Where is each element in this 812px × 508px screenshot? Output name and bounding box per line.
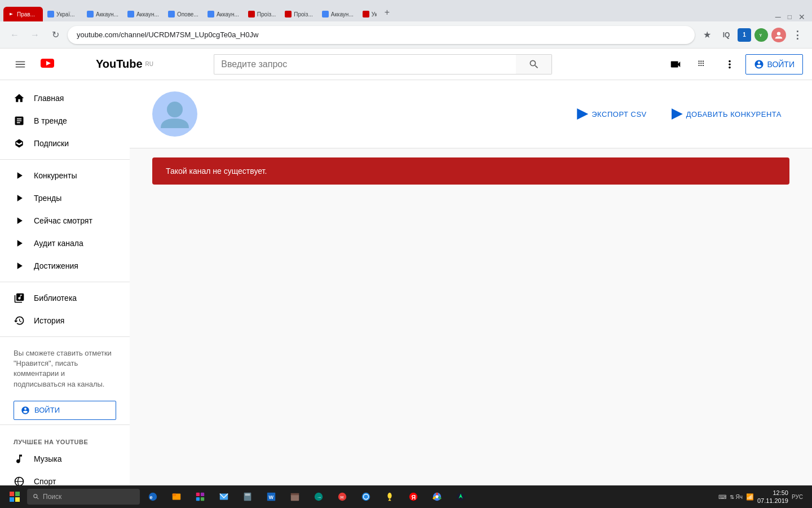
add-competitor-button[interactable]: ДОБАВИТЬ КОНКУРЕНТА bbox=[664, 104, 789, 124]
youtube-logo[interactable]: YouTube RU bbox=[41, 58, 153, 71]
apps-icon[interactable] bbox=[691, 53, 714, 76]
tab-5[interactable]: Опове... bbox=[164, 7, 203, 21]
tab-1-title: Прав... bbox=[17, 11, 38, 17]
sidebar: Главная В тренде Подписки Конкуренты bbox=[0, 80, 130, 485]
taskbar-search[interactable]: Поиск bbox=[27, 489, 140, 505]
export-csv-icon bbox=[577, 108, 588, 120]
tab-3-title: Аккаун... bbox=[96, 11, 118, 17]
taskbar-apps[interactable] bbox=[189, 487, 211, 507]
tab-1[interactable]: Прав... bbox=[3, 7, 43, 21]
taskbar-word[interactable]: W bbox=[261, 487, 282, 507]
tray-date: 07.11.2019 bbox=[757, 497, 788, 505]
new-tab-button[interactable]: + bbox=[379, 5, 395, 20]
iq-icon[interactable]: IQ bbox=[718, 27, 734, 43]
tab-2[interactable]: Украї... bbox=[43, 7, 82, 21]
address-bar-icons: ★ IQ 1 Y ⋮ bbox=[699, 27, 805, 43]
svg-rect-8 bbox=[15, 492, 20, 496]
taskbar-explorer[interactable] bbox=[166, 487, 187, 507]
taskbar-calc[interactable] bbox=[237, 487, 258, 507]
taskbar-mail[interactable] bbox=[213, 487, 235, 507]
sidebar-item-audit[interactable]: Аудит канала bbox=[0, 232, 130, 255]
tab-3[interactable]: Аккаун... bbox=[82, 7, 123, 21]
svg-line-12 bbox=[37, 497, 38, 499]
ext-icon-2[interactable]: Y bbox=[754, 28, 768, 42]
taskbar-yandex[interactable]: Я bbox=[403, 487, 424, 507]
tab-6-title: Аккаун... bbox=[217, 11, 239, 17]
main-content: ЭКСПОРТ CSV ДОБАВИТЬ КОНКУРЕНТА Такой ка… bbox=[130, 80, 812, 485]
tab-10[interactable]: Украї... bbox=[358, 7, 377, 21]
taskbar-archive[interactable] bbox=[284, 487, 306, 507]
taskbar-transfer[interactable]: → bbox=[308, 487, 329, 507]
hamburger-menu[interactable] bbox=[9, 53, 32, 76]
tab-7[interactable]: Проіз... bbox=[244, 7, 280, 21]
sidebar-label-achievements: Достижения bbox=[34, 261, 78, 270]
close-button[interactable]: ✕ bbox=[798, 12, 805, 21]
sidebar-item-music[interactable]: Музыка bbox=[0, 448, 130, 470]
sidebar-note: Вы сможете ставить отметки "Нравится", п… bbox=[0, 341, 130, 396]
tab-6[interactable]: Аккаун... bbox=[203, 7, 244, 21]
taskbar-chrome[interactable] bbox=[426, 487, 448, 507]
sidebar-item-competitors[interactable]: Конкуренты bbox=[0, 164, 130, 187]
tray-clock: 12:50 bbox=[757, 489, 788, 497]
sidebar-item-trending[interactable]: В тренде bbox=[0, 110, 130, 132]
svg-point-2 bbox=[777, 32, 780, 35]
maximize-button[interactable]: □ bbox=[788, 13, 792, 21]
user-icon[interactable] bbox=[771, 28, 786, 42]
sign-in-label-header: ВОЙТИ bbox=[767, 60, 795, 69]
channel-header: ЭКСПОРТ CSV ДОБАВИТЬ КОНКУРЕНТА bbox=[130, 80, 812, 148]
sidebar-divider-1 bbox=[0, 159, 130, 160]
back-button[interactable]: ← bbox=[7, 27, 23, 43]
sidebar-item-library[interactable]: Библиотека bbox=[0, 287, 130, 309]
tab-9[interactable]: Аккаун... bbox=[317, 7, 358, 21]
taskbar-vpn[interactable] bbox=[450, 487, 471, 507]
svg-point-34 bbox=[387, 493, 391, 499]
start-button[interactable] bbox=[5, 487, 25, 507]
more-vert-icon[interactable] bbox=[718, 53, 741, 76]
channel-actions: ЭКСПОРТ CSV ДОБАВИТЬ КОНКУРЕНТА bbox=[569, 104, 789, 124]
taskbar-ie[interactable]: e bbox=[142, 487, 164, 507]
tab-2-title: Украї... bbox=[56, 11, 78, 17]
export-csv-button[interactable]: ЭКСПОРТ CSV bbox=[569, 104, 654, 124]
search-input[interactable] bbox=[214, 54, 516, 75]
channel-avatar bbox=[152, 91, 197, 137]
sidebar-item-history[interactable]: История bbox=[0, 309, 130, 332]
bookmark-icon[interactable]: ★ bbox=[699, 27, 715, 43]
search-button[interactable] bbox=[516, 54, 552, 75]
tab-4[interactable]: Аккаун... bbox=[123, 7, 164, 21]
more-options-icon[interactable]: ⋮ bbox=[789, 27, 805, 43]
sidebar-item-sport[interactable]: Спорт bbox=[0, 470, 130, 485]
svg-rect-9 bbox=[10, 497, 14, 502]
sidebar-item-achievements[interactable]: Достижения bbox=[0, 255, 130, 277]
taskbar-browser[interactable] bbox=[355, 487, 377, 507]
taskbar-unknown1[interactable]: ✉ bbox=[332, 487, 353, 507]
sign-in-button-sidebar[interactable]: ВОЙТИ bbox=[14, 401, 116, 420]
reload-button[interactable]: ↻ bbox=[47, 27, 63, 43]
tray-time: 12:50 07.11.2019 bbox=[757, 489, 788, 505]
sidebar-label-audit: Аудит канала bbox=[34, 239, 83, 248]
tab-10-title: Украї... bbox=[372, 11, 377, 17]
video-camera-icon[interactable] bbox=[664, 53, 687, 76]
tab-8[interactable]: Проіз... bbox=[280, 7, 317, 21]
add-competitor-icon bbox=[672, 108, 683, 120]
sidebar-item-subscriptions[interactable]: Подписки bbox=[0, 132, 130, 155]
sidebar-divider-4 bbox=[0, 424, 130, 425]
browser-window: Прав... Украї... Аккаун... Аккаун... Опо… bbox=[0, 0, 812, 508]
sidebar-item-nowwatching[interactable]: Сейчас смотрят bbox=[0, 209, 130, 232]
sidebar-label-music: Музыка bbox=[34, 454, 62, 463]
svg-point-39 bbox=[435, 495, 438, 498]
sidebar-item-trends[interactable]: Тренды bbox=[0, 187, 130, 209]
tab-7-title: Проіз... bbox=[257, 11, 276, 17]
sidebar-item-home[interactable]: Главная bbox=[0, 87, 130, 110]
sign-in-button-header[interactable]: ВОЙТИ bbox=[745, 54, 803, 75]
minimize-button[interactable]: ─ bbox=[775, 12, 781, 21]
taskbar-rocket[interactable] bbox=[379, 487, 400, 507]
address-bar-row: ← → ↻ ★ IQ 1 Y ⋮ bbox=[0, 21, 812, 49]
taskbar: Поиск e W → ✉ bbox=[0, 485, 812, 508]
sidebar-divider-2 bbox=[0, 282, 130, 282]
address-input[interactable] bbox=[68, 26, 695, 44]
forward-button[interactable]: → bbox=[27, 27, 43, 43]
sidebar-label-competitors: Конкуренты bbox=[34, 171, 77, 180]
ext-icon-1[interactable]: 1 bbox=[738, 28, 751, 42]
sidebar-label-nowwatching: Сейчас смотрят bbox=[34, 216, 92, 225]
tray-network: 📶 bbox=[746, 493, 754, 501]
